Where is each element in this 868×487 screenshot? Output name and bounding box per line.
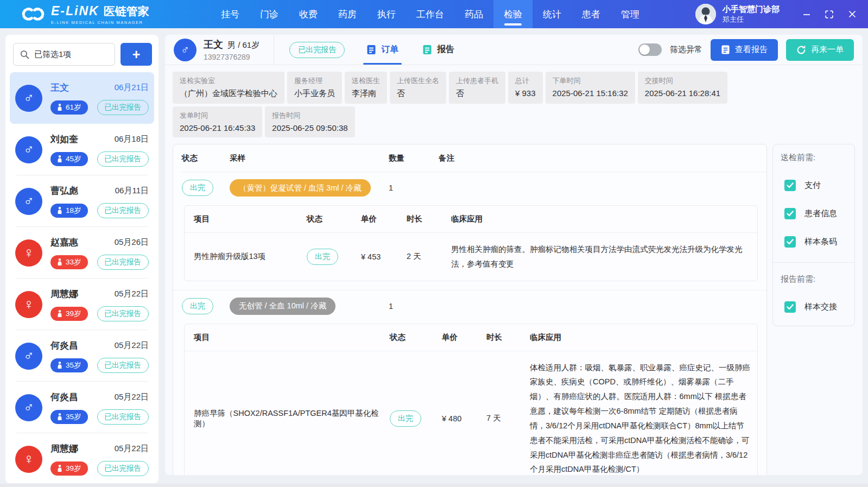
item-status-badge: 出完 xyxy=(307,249,338,265)
order-samples-table: 状态 采样 数量 备注 出完 （黄管）促凝试管 / 血清 3ml / 冷藏 1 xyxy=(173,144,767,475)
order-detail-panel: ♂ 王文男 / 61岁 13927376289 已出完报告 订单 报告 xyxy=(165,35,863,475)
maximize-button[interactable] xyxy=(825,10,833,18)
report-status-badge: 已出完报告 xyxy=(289,42,345,58)
nav-item-patients[interactable]: 患者 xyxy=(572,0,611,28)
age-badge: 18岁 xyxy=(50,204,88,218)
male-gender-icon: ♂ xyxy=(15,136,42,163)
report-status-badge: 已出完报告 xyxy=(97,100,149,115)
person-icon xyxy=(57,413,62,420)
report-icon xyxy=(721,45,730,55)
column-header: 状态 xyxy=(182,144,230,172)
column-header: 临床应用 xyxy=(524,324,757,351)
column-header: 项目 xyxy=(185,324,384,351)
patient-name: 曹弘彪 xyxy=(50,185,78,197)
item-status-badge: 出完 xyxy=(390,410,421,427)
nav-item-outpatient[interactable]: 门诊 xyxy=(250,0,289,28)
nav-item-drugs[interactable]: 药品 xyxy=(454,0,493,28)
patient-date: 06月11日 xyxy=(115,186,149,196)
patient-date: 05月22日 xyxy=(115,340,149,351)
patient-list-item[interactable]: ♂ 刘如奎06月18日 45岁 已出完报告 xyxy=(10,124,154,175)
report-status-badge: 已出完报告 xyxy=(97,409,149,425)
column-header: 采样 xyxy=(230,144,389,172)
nav-item-registration[interactable]: 挂号 xyxy=(211,0,250,28)
patient-list-item[interactable]: ♂ 何炎昌05月22日 35岁 已出完报告 xyxy=(10,382,154,433)
patient-list-item[interactable]: ♂ 何炎昌05月22日 35岁 已出完报告 xyxy=(10,330,154,382)
checkbox-checked[interactable] xyxy=(784,236,796,248)
logo-mark-icon xyxy=(21,6,46,22)
patient-list-item[interactable]: ♂ 王文06月21日 61岁 已出完报告 xyxy=(10,72,154,124)
info-field: 发单时间2025-06-21 16:45:33 xyxy=(173,106,262,137)
logo-name: E-LiNK xyxy=(51,4,99,18)
info-field: 报告时间2025-06-25 09:50:38 xyxy=(265,106,354,137)
close-button[interactable] xyxy=(848,10,856,18)
male-gender-icon: ♂ xyxy=(15,343,42,370)
table-row: 肺癌早筛（SHOX2/RASSF1A/PTGER4基因甲基化检测） 出完 ¥ 4… xyxy=(185,351,757,475)
female-gender-icon: ♀ xyxy=(15,239,42,267)
refresh-icon xyxy=(796,45,806,55)
person-icon xyxy=(57,362,62,369)
sample-group-row: 出完 （黄管）促凝试管 / 血清 3ml / 冷藏 1 xyxy=(173,172,766,204)
user-avatar[interactable] xyxy=(695,4,716,24)
avatar-photo-icon xyxy=(695,4,716,24)
table-row: 男性肿瘤升级版13项 出完 ¥ 453 2 天 男性相关肿瘤的筛查。肿瘤标记物相… xyxy=(185,233,757,281)
sample-status-badge: 出完 xyxy=(182,180,213,196)
checkbox-checked[interactable] xyxy=(784,208,796,219)
item-clinical-application: 男性相关肿瘤的筛查。肿瘤标记物相关项目方法学由流式荧光发光法升级为化学发光法，参… xyxy=(446,233,757,281)
tab-orders[interactable]: 订单 xyxy=(366,35,398,65)
person-icon xyxy=(57,258,62,265)
nav-item-workbench[interactable]: 工作台 xyxy=(406,0,454,28)
column-header: 数量 xyxy=(389,144,439,172)
age-badge: 35岁 xyxy=(50,358,88,372)
report-status-badge: 已出完报告 xyxy=(97,151,149,167)
patient-sidebar: 已筛选1项 + ♂ 王文06月21日 61岁 已出完报告 ♂ 刘如奎06月18日 xyxy=(5,35,159,483)
patient-list-item[interactable]: ♀ 赵嘉惠05月26日 33岁 已出完报告 xyxy=(10,227,154,279)
sample-group-row: 出完 无创管 / 全血 10ml / 冷藏 1 xyxy=(173,290,766,322)
person-icon xyxy=(57,310,62,317)
age-badge: 35岁 xyxy=(50,410,88,424)
window-bottom-edge xyxy=(0,484,868,487)
patient-list-item[interactable]: ♀ 周慧娜05月22日 39岁 已出完报告 xyxy=(10,433,154,483)
filter-abnormal-toggle[interactable] xyxy=(638,43,662,56)
info-field: 服务经理小手业务员 xyxy=(287,72,342,104)
reorder-button[interactable]: 再来一单 xyxy=(786,39,854,61)
male-gender-icon: ♂ xyxy=(15,85,42,112)
sample-quantity: 1 xyxy=(389,184,439,192)
patient-name: 何炎昌 xyxy=(50,391,78,403)
male-gender-icon: ♂ xyxy=(15,394,42,421)
add-patient-button[interactable]: + xyxy=(121,43,152,66)
info-field: 总计¥ 933 xyxy=(508,72,543,104)
user-name: 郑主任 xyxy=(723,15,780,24)
checkbox-checked[interactable] xyxy=(784,180,796,191)
person-icon xyxy=(57,155,62,162)
patient-date: 05月22日 xyxy=(115,444,149,454)
tab-reports[interactable]: 报告 xyxy=(422,35,454,65)
patient-header: ♂ 王文男 / 61岁 13927376289 已出完报告 订单 报告 xyxy=(165,35,863,65)
nav-item-execution[interactable]: 执行 xyxy=(367,0,406,28)
view-report-button[interactable]: 查看报告 xyxy=(711,39,778,61)
patient-name: 周慧娜 xyxy=(50,288,78,300)
main-nav: 挂号 门诊 收费 药房 执行 工作台 药品 检验 统计 患者 管理 xyxy=(211,0,650,28)
nav-item-lab-tests[interactable]: 检验 xyxy=(493,0,533,28)
checkbox-checked[interactable] xyxy=(784,301,796,313)
info-field: 上传医生全名否 xyxy=(390,72,446,104)
search-value: 已筛选1项 xyxy=(34,49,71,60)
minimize-button[interactable] xyxy=(802,10,810,18)
nav-item-management[interactable]: 管理 xyxy=(611,0,650,28)
patient-name: 刘如奎 xyxy=(50,133,78,146)
sample-tube-badge: 无创管 / 全血 10ml / 冷藏 xyxy=(230,298,335,315)
nav-item-statistics[interactable]: 统计 xyxy=(533,0,572,28)
nav-item-pharmacy[interactable]: 药房 xyxy=(328,0,367,28)
column-header: 状态 xyxy=(301,206,356,233)
patient-phone: 13927376289 xyxy=(204,53,259,61)
female-gender-icon: ♀ xyxy=(15,446,42,473)
nav-item-billing[interactable]: 收费 xyxy=(289,0,328,28)
item-duration: 2 天 xyxy=(401,233,446,281)
search-input[interactable]: 已筛选1项 xyxy=(13,43,115,66)
report-status-badge: 已出完报告 xyxy=(97,306,149,321)
user-area: 小手智慧门诊部 郑主任 xyxy=(695,0,868,28)
search-icon xyxy=(20,50,29,59)
patient-gender-age: 男 / 61岁 xyxy=(227,40,259,49)
patient-list-item[interactable]: ♂ 曹弘彪06月11日 18岁 已出完报告 xyxy=(10,175,154,227)
check-icon xyxy=(787,182,794,188)
patient-list-item[interactable]: ♀ 周慧娜05月22日 39岁 已出完报告 xyxy=(10,279,154,330)
